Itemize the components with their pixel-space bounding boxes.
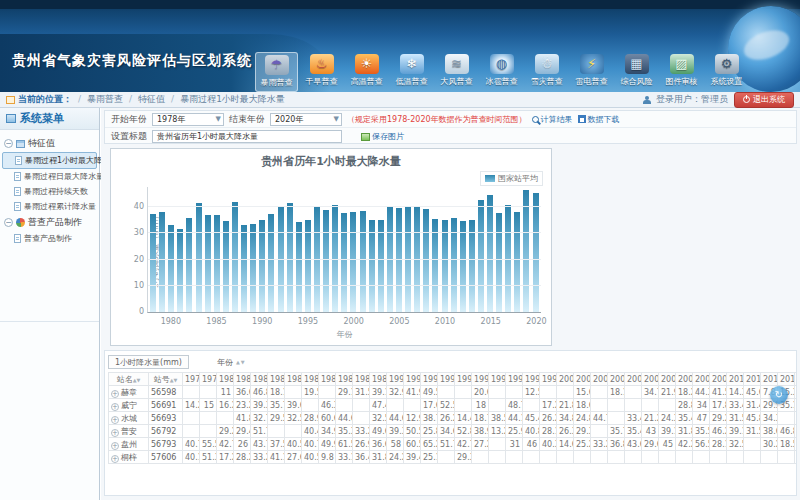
col-year-2003[interactable]: 2003 — [608, 373, 625, 386]
col-year-2000[interactable]: 2000 — [557, 373, 574, 386]
col-year-1979[interactable]: 1979 — [200, 373, 217, 386]
value-cell — [744, 438, 761, 451]
expand-row-icon[interactable]: + — [111, 429, 119, 437]
value-cell: 32.5 — [727, 438, 744, 451]
nav-lightning[interactable]: ⚡雷电普查 — [570, 52, 613, 92]
nav-risk[interactable]: ▦综合风险 — [615, 52, 658, 92]
col-year-1980[interactable]: 1980 — [217, 373, 234, 386]
nav-wind[interactable]: ≋大风普查 — [435, 52, 478, 92]
nav-heat[interactable]: ☀高温普查 — [345, 52, 388, 92]
value-cell: 28.8 — [676, 399, 693, 412]
col-year-1991[interactable]: 1991 — [404, 373, 421, 386]
sidebar-item[interactable]: 暴雨过程持续天数 — [2, 184, 97, 199]
nav-snow[interactable]: ☃雪灾普查 — [525, 52, 568, 92]
value-cell — [659, 451, 676, 464]
sidebar-item[interactable]: 普查产品制作 — [2, 231, 97, 246]
sort-icons[interactable]: ▲▼ — [170, 378, 178, 383]
col-year-1998[interactable]: 1998 — [523, 373, 540, 386]
value-cell: 48.7 — [506, 399, 523, 412]
collapse-icon[interactable]: − — [4, 218, 13, 227]
sidebar-item[interactable]: 暴雨过程日最大降水量 — [2, 169, 97, 184]
nav-rainstorm[interactable]: ☂暴雨普查 — [255, 52, 298, 92]
expand-row-icon[interactable]: + — [111, 442, 119, 450]
expand-row-icon[interactable]: + — [111, 390, 119, 398]
col-year-2013[interactable]: 2013 — [778, 373, 795, 386]
breadcrumb-segment[interactable]: 特征值 — [138, 94, 165, 104]
sort-icons[interactable]: ▲▼ — [236, 360, 245, 365]
col-year-2011[interactable]: 2011 — [744, 373, 761, 386]
col-year-1997[interactable]: 1997 — [506, 373, 523, 386]
col-station-name[interactable]: 站名 ▲▼ — [109, 373, 149, 386]
measure-box[interactable]: 1小时降水量(mm) — [108, 355, 189, 369]
value-cell — [778, 412, 795, 425]
station-name-cell[interactable]: +普安 — [109, 425, 149, 438]
col-year-2006[interactable]: 2006 — [659, 373, 676, 386]
col-year-1986[interactable]: 1986 — [319, 373, 336, 386]
col-year-2001[interactable]: 2001 — [574, 373, 591, 386]
nav-hail[interactable]: ◍冰雹普查 — [480, 52, 523, 92]
station-name-cell[interactable]: +水城 — [109, 412, 149, 425]
station-name: 盘州 — [121, 440, 137, 449]
value-cell: 44.6 — [336, 412, 353, 425]
col-year-1988[interactable]: 1988 — [353, 373, 370, 386]
value-cell — [506, 386, 523, 399]
col-year-1994[interactable]: 1994 — [455, 373, 472, 386]
floating-refresh-button[interactable]: ↻ — [770, 386, 788, 404]
sidebar-group-普查产品制作[interactable]: −普查产品制作 — [2, 214, 97, 231]
station-name-cell[interactable]: +赫章 — [109, 386, 149, 399]
col-station-id[interactable]: 站号 ▲▼ — [149, 373, 183, 386]
nav-drought[interactable]: ♨干旱普查 — [300, 52, 343, 92]
col-year-1981[interactable]: 1981 — [234, 373, 251, 386]
hail-icon: ◍ — [490, 54, 514, 74]
col-year-1989[interactable]: 1989 — [370, 373, 387, 386]
expand-row-icon[interactable]: + — [111, 403, 119, 411]
station-name-cell[interactable]: +桐梓 — [109, 451, 149, 464]
nav-settings[interactable]: ⚙系统设置 — [705, 52, 748, 92]
save-image-button[interactable]: 保存图片 — [361, 131, 404, 142]
col-year-2008[interactable]: 2008 — [693, 373, 710, 386]
col-year-2010[interactable]: 2010 — [727, 373, 744, 386]
col-year-1978[interactable]: 1978 — [183, 373, 200, 386]
breadcrumb-segment[interactable]: 暴雨普查 — [87, 94, 123, 104]
station-name-cell[interactable]: +威宁 — [109, 399, 149, 412]
col-year-2005[interactable]: 2005 — [642, 373, 659, 386]
start-year-select[interactable]: 1978年▼ — [152, 113, 224, 126]
col-year-1999[interactable]: 1999 — [540, 373, 557, 386]
col-year-1982[interactable]: 1982 — [251, 373, 268, 386]
nav-map[interactable]: ▨图件审核 — [660, 52, 703, 92]
col-year-1995[interactable]: 1995 — [472, 373, 489, 386]
col-station-name-label: 站名 — [117, 375, 133, 384]
year-header[interactable]: 年份 ▲▼ — [217, 357, 245, 368]
col-year-1985[interactable]: 1985 — [302, 373, 319, 386]
chart-title-input[interactable]: 贵州省历年1小时最大降水量 — [152, 130, 342, 143]
col-year-1983[interactable]: 1983 — [268, 373, 285, 386]
station-name-cell[interactable]: +盘州 — [109, 438, 149, 451]
sort-icons[interactable]: ▲▼ — [133, 378, 141, 383]
col-year-2002[interactable]: 2002 — [591, 373, 608, 386]
logout-button[interactable]: 退出系统 — [734, 92, 794, 108]
download-button[interactable]: 数据下载 — [578, 114, 620, 125]
sidebar-group-特征值[interactable]: −特征值 — [2, 135, 97, 152]
calculate-button[interactable]: 计算结果 — [532, 114, 573, 125]
chart-legend[interactable]: 国家站平均 — [480, 171, 543, 186]
col-year-1996[interactable]: 1996 — [489, 373, 506, 386]
sidebar-item[interactable]: 暴雨过程1小时最大降水量 — [2, 152, 97, 169]
end-year-select[interactable]: 2020年▼ — [270, 113, 342, 126]
col-year-1987[interactable]: 1987 — [336, 373, 353, 386]
col-year-1993[interactable]: 1993 — [438, 373, 455, 386]
sidebar-item[interactable]: 暴雨过程累计降水量 — [2, 199, 97, 214]
expand-row-icon[interactable]: + — [111, 455, 119, 463]
breadcrumb-segment[interactable]: 暴雨过程1小时最大降水量 — [180, 94, 285, 104]
expand-row-icon[interactable]: + — [111, 416, 119, 424]
nav-cold[interactable]: ❄低温普查 — [390, 52, 433, 92]
collapse-icon[interactable]: − — [4, 139, 13, 148]
col-year-1984[interactable]: 1984 — [285, 373, 302, 386]
value-cell: 32.5 — [285, 412, 302, 425]
col-year-2009[interactable]: 2009 — [710, 373, 727, 386]
col-year-2012[interactable]: 2012 — [761, 373, 778, 386]
col-year-2007[interactable]: 2007 — [676, 373, 693, 386]
col-year-2004[interactable]: 2004 — [625, 373, 642, 386]
col-year-2014[interactable]: 2014 — [795, 373, 798, 386]
col-year-1990[interactable]: 1990 — [387, 373, 404, 386]
col-year-1992[interactable]: 1992 — [421, 373, 438, 386]
